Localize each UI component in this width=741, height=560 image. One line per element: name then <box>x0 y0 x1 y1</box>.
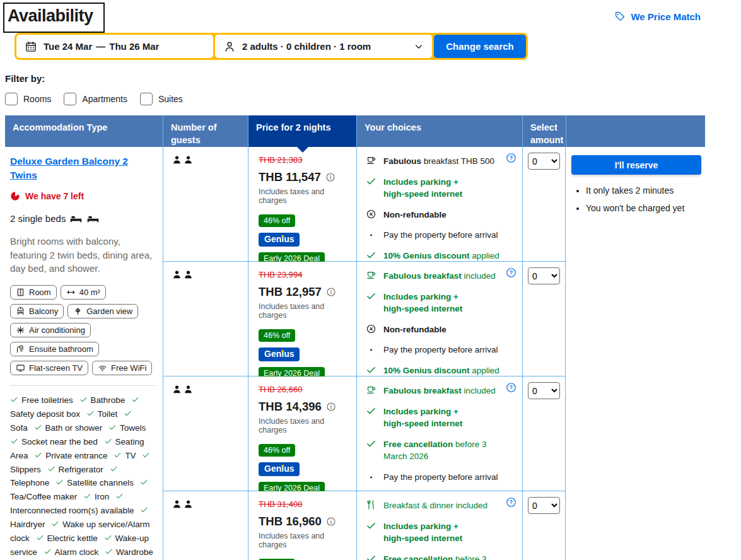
price-note: Includes taxes and charges <box>259 532 346 549</box>
price-cell: THB 31,408THB 16,960Includes taxes and c… <box>248 491 356 560</box>
coffee-cup-icon <box>366 270 376 281</box>
availability-table: Accommodation Type Number of guests Pric… <box>5 115 705 560</box>
date-separator: — <box>96 41 105 52</box>
filter-options: RoomsApartmentsSuites <box>5 93 183 105</box>
guests-cell <box>163 491 248 560</box>
condition-text: Pay the property before arrival <box>383 229 498 242</box>
room-feature-chips: Room40 m²BalconyGarden viewAir condition… <box>10 285 155 375</box>
feature-chip-label: Ensuite bathroom <box>29 344 93 354</box>
question-icon[interactable]: ? <box>506 153 516 163</box>
check-icon <box>124 409 132 417</box>
question-icon[interactable]: ? <box>506 267 516 278</box>
column-header-price: Price for 2 nights <box>248 115 356 147</box>
garden-view-icon <box>73 306 83 316</box>
price-note: Includes taxes and charges <box>259 302 346 320</box>
dot-icon <box>366 229 376 240</box>
choices-cell: ?Breakfast & dinner includedIncludes par… <box>356 491 522 560</box>
check-icon <box>86 409 95 417</box>
price-cell: THB 26,660THB 14,396Includes taxes and c… <box>248 376 356 491</box>
coffee-cup-icon <box>366 155 376 166</box>
condition-item: Fabulous breakfast included <box>366 270 503 283</box>
question-icon[interactable]: ? <box>506 497 516 508</box>
check-icon <box>55 478 64 486</box>
change-search-button[interactable]: Change search <box>434 35 526 58</box>
info-icon[interactable] <box>326 287 336 297</box>
current-price: THB 14,396 <box>259 400 322 414</box>
amenity-label: Refrigerator <box>59 465 103 474</box>
amenity-label: Socket near the bed <box>21 437 98 446</box>
person-filled-icon <box>172 270 182 279</box>
check-icon <box>105 547 113 556</box>
svg-text:?: ? <box>510 384 513 390</box>
question-icon[interactable]: ? <box>506 382 516 393</box>
condition-item: Includes parking +high-speed internet <box>366 520 503 545</box>
person-filled-icon <box>184 270 193 279</box>
feature-chip: Garden view <box>67 304 138 318</box>
occupancy-field[interactable]: 2 adults · 0 children · 1 room <box>215 35 432 58</box>
price-note: Includes taxes and charges <box>259 417 346 435</box>
date-range-field[interactable]: Tue 24 Mar—Thu 26 Mar <box>16 35 213 58</box>
feature-chip-label: Balcony <box>29 306 58 316</box>
check-icon <box>104 534 112 542</box>
feature-chip: Ensuite bathroom <box>10 342 99 356</box>
check-icon <box>47 465 55 473</box>
check-icon <box>10 437 18 445</box>
amenity-item: Alarm clock <box>44 547 99 557</box>
filter-label: Filter by: <box>5 73 183 84</box>
amenity-label: Slippers <box>10 465 41 474</box>
condition-text: Fabulous breakfast included <box>383 385 496 397</box>
check-icon <box>34 423 42 431</box>
checkbox-suites[interactable] <box>140 93 153 105</box>
condition-text: Free cancellation before 3 March 2026 <box>383 438 503 463</box>
select-amount-cell: 0 <box>522 147 566 262</box>
single-bed-icon <box>86 212 100 225</box>
check-icon <box>79 395 88 404</box>
amenity-item: Bathrobe <box>79 395 125 405</box>
amenity-item: Towels <box>108 423 146 433</box>
info-icon[interactable] <box>325 172 335 182</box>
check-icon <box>131 395 139 404</box>
column-header-select-amount: Select amount <box>522 115 566 147</box>
meals-icon <box>366 499 376 510</box>
select-amount-cell: 0 <box>522 262 566 376</box>
price-match-link[interactable]: We Price Match <box>614 11 701 22</box>
amenity-item: Satellite channels <box>55 478 134 487</box>
info-icon[interactable] <box>326 516 336 527</box>
room-name-link[interactable]: Deluxe Garden Balcony 2 Twins <box>10 155 155 182</box>
check-icon <box>142 451 150 459</box>
amenity-label: Hairdryer <box>10 520 45 529</box>
amount-select[interactable]: 0 <box>528 382 560 399</box>
price-tag-icon <box>614 11 626 22</box>
amenity-item: Electric kettle <box>36 534 98 543</box>
amenity-label: Bathrobe <box>91 395 125 405</box>
condition-item: Pay the property before arrival <box>366 229 503 242</box>
room-icon <box>16 288 25 297</box>
check-icon <box>51 520 59 528</box>
condition-text: Fabulous breakfast THB 500 <box>383 155 494 168</box>
availability-warning: We have 7 left <box>10 191 155 201</box>
condition-item: Fabulous breakfast THB 500 <box>366 155 503 168</box>
badge-stack: 46% offGeniusEarly 2026 Deal <box>259 444 346 494</box>
feature-chip: Room <box>10 285 57 300</box>
info-icon[interactable] <box>326 402 336 412</box>
amount-select[interactable]: 0 <box>528 497 560 514</box>
amenity-item: Refrigerator <box>47 465 103 474</box>
check-icon <box>34 451 42 459</box>
amenity-label: Alarm clock <box>55 547 99 557</box>
amount-select[interactable]: 0 <box>528 153 560 170</box>
amenity-label: Private entrance <box>45 451 107 460</box>
amenity-label: Satellite channels <box>67 478 134 487</box>
condition-item: Pay the property before arrival <box>366 471 503 484</box>
checkbox-apartments[interactable] <box>64 93 76 105</box>
checkbox-rooms[interactable] <box>5 93 18 105</box>
filter-option-label: Suites <box>158 94 183 104</box>
amenity-label: Free toiletries <box>21 395 73 405</box>
reserve-button[interactable]: I'll reserve <box>571 155 701 175</box>
current-price: THB 12,957 <box>259 285 322 299</box>
condition-item: Breakfast & dinner included <box>366 499 503 512</box>
condition-text: Pay the property before arrival <box>383 471 498 484</box>
size-icon <box>66 288 76 297</box>
amount-select[interactable]: 0 <box>528 267 560 284</box>
reserve-panel: I'll reserve It only takes 2 minutesYou … <box>566 147 705 560</box>
check-icon <box>108 423 117 431</box>
